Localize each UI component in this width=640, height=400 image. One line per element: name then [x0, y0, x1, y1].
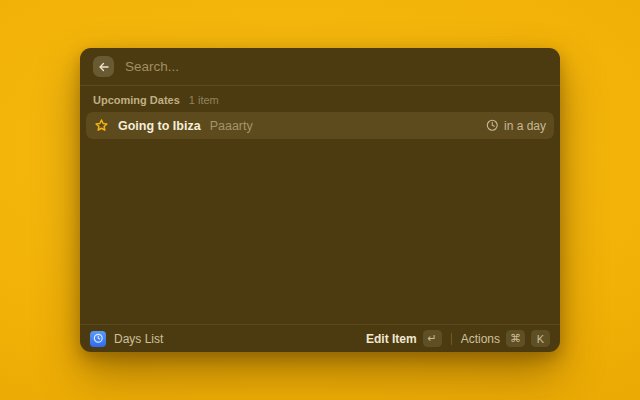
section-count: 1 item — [189, 94, 219, 106]
results-list: Upcoming Dates 1 item Going to Ibiza Paa… — [80, 86, 560, 324]
section-title: Upcoming Dates — [93, 94, 180, 106]
actions-menu-button[interactable]: Actions ⌘ K — [461, 330, 550, 347]
accessory-text: in a day — [504, 119, 546, 133]
search-input[interactable] — [125, 59, 547, 74]
app-name: Days List — [114, 332, 163, 346]
list-item-subtitle: Paaarty — [210, 119, 253, 133]
section-header: Upcoming Dates 1 item — [80, 86, 560, 111]
back-button[interactable] — [93, 56, 114, 77]
return-key-badge: ↵ — [423, 330, 442, 347]
cmd-key-badge: ⌘ — [506, 330, 525, 347]
primary-action-button[interactable]: Edit Item ↵ — [366, 330, 442, 347]
star-icon — [94, 118, 109, 133]
list-item[interactable]: Going to Ibiza Paaarty in a day — [86, 112, 554, 139]
search-bar — [80, 48, 560, 85]
footer-divider — [451, 333, 452, 345]
k-key-badge: K — [531, 330, 550, 347]
clock-icon — [486, 119, 499, 132]
arrow-left-icon — [98, 61, 110, 73]
list-item-title: Going to Ibiza — [118, 119, 201, 133]
actions-label: Actions — [461, 332, 500, 346]
list-item-accessory: in a day — [486, 119, 546, 133]
primary-action-label: Edit Item — [366, 332, 417, 346]
status-bar: Days List Edit Item ↵ Actions ⌘ K — [80, 324, 560, 352]
launcher-window: Upcoming Dates 1 item Going to Ibiza Paa… — [80, 48, 560, 352]
days-list-app-icon — [90, 331, 106, 347]
